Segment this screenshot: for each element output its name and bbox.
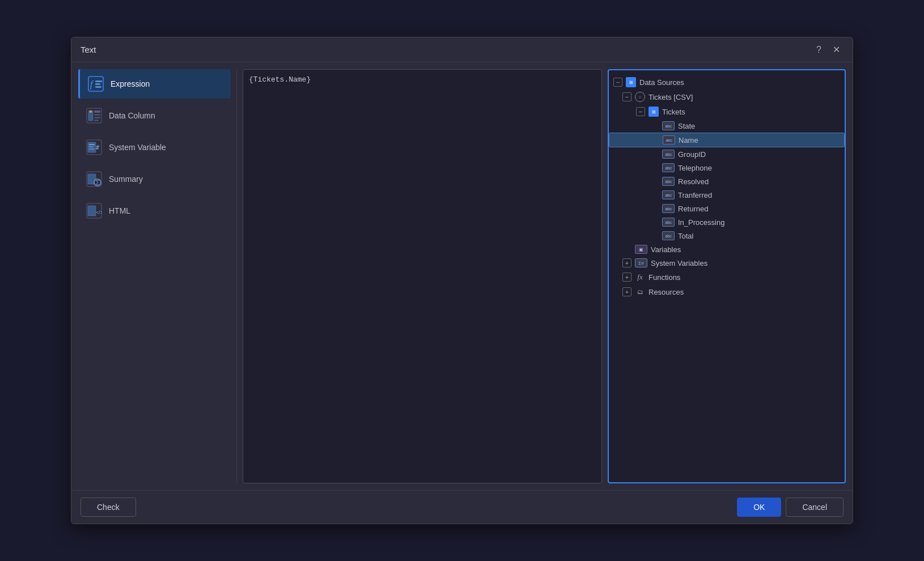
tree-item-resolved[interactable]: abc Resolved — [609, 175, 845, 188]
sysvar-icon: Σ# — [635, 258, 647, 267]
expression-icon: f — [87, 75, 105, 93]
tree-item-tickets-table[interactable]: − ⊞ Tickets — [609, 104, 845, 119]
tree-toggle-functions[interactable]: + — [622, 273, 631, 282]
svg-text:#: # — [96, 144, 99, 151]
svg-rect-15 — [89, 144, 95, 145]
field-icon-telephone: abc — [662, 163, 675, 172]
svg-rect-8 — [94, 114, 100, 116]
text-dialog: Text ? ✕ f Expression — [71, 37, 853, 524]
tree-label-functions: Functions — [649, 273, 680, 282]
table-icon: ⊞ — [649, 107, 659, 117]
tree-toggle-system-variables[interactable]: + — [622, 258, 631, 267]
html-icon: </> — [85, 202, 103, 220]
nav-item-system-variable[interactable]: # System Variable — [78, 133, 231, 162]
ok-button[interactable]: OK — [737, 498, 781, 517]
field-icon-state: abc — [662, 121, 675, 130]
svg-rect-3 — [95, 83, 100, 85]
cancel-button[interactable]: Cancel — [786, 498, 844, 517]
dialog-title: Text — [80, 45, 96, 54]
svg-rect-17 — [89, 148, 95, 150]
nav-item-html-label: HTML — [109, 206, 130, 215]
nav-item-html[interactable]: </> HTML — [78, 196, 231, 226]
tree-label-data-sources: Data Sources — [639, 78, 684, 87]
field-icon-name: abc — [663, 135, 675, 144]
field-icon-resolved: abc — [662, 177, 675, 186]
nav-item-data-column-label: Data Column — [109, 111, 155, 120]
tree-toggle-resources[interactable]: + — [622, 287, 631, 296]
tree-label-in-processing: In_Processing — [678, 218, 724, 227]
tree-label-name: Name — [679, 136, 698, 144]
tree-label-state: State — [678, 122, 695, 130]
tree-item-name[interactable]: abc Name — [609, 133, 845, 147]
tree-item-system-variables[interactable]: + Σ# System Variables — [609, 256, 845, 270]
tree-item-tranferred[interactable]: abc Tranferred — [609, 188, 845, 202]
expression-editor[interactable]: {Tickets.Name} — [243, 69, 602, 483]
functions-icon: fx — [635, 272, 645, 282]
tree-panel: − ⊞ Data Sources − ○ Tickets [CSV] − ⊞ T… — [608, 69, 846, 483]
title-bar: Text ? ✕ — [71, 37, 853, 62]
close-button[interactable]: ✕ — [829, 43, 844, 56]
svg-rect-7 — [94, 110, 100, 113]
tree-label-system-variables: System Variables — [651, 259, 707, 267]
footer-right-buttons: OK Cancel — [737, 498, 844, 517]
resources-icon: 🗂 — [635, 287, 645, 297]
tree-toggle-tickets-table[interactable]: − — [636, 107, 645, 116]
check-button[interactable]: Check — [80, 498, 136, 517]
datasources-icon: ⊞ — [626, 77, 636, 87]
tree-label-tranferred: Tranferred — [678, 191, 712, 199]
nav-item-summary[interactable]: Σ Summary — [78, 164, 231, 194]
tree-item-variables[interactable]: ▣ Variables — [609, 243, 845, 256]
tree-toggle-data-sources[interactable]: − — [613, 78, 622, 87]
tree-item-telephone[interactable]: abc Telephone — [609, 161, 845, 175]
svg-rect-2 — [95, 80, 102, 82]
dialog-footer: Check OK Cancel — [71, 490, 853, 524]
summary-icon: Σ — [85, 170, 103, 188]
tree-toggle-tickets-csv[interactable]: − — [622, 92, 631, 101]
svg-rect-16 — [89, 146, 94, 147]
nav-item-system-variable-label: System Variable — [109, 143, 166, 152]
nav-item-expression[interactable]: f Expression — [78, 69, 231, 99]
tree-label-resolved: Resolved — [678, 177, 709, 186]
tree-label-variables: Variables — [651, 245, 681, 254]
data-column-icon — [85, 107, 103, 125]
svg-text:Σ: Σ — [96, 180, 99, 186]
tree-item-in-processing[interactable]: abc In_Processing — [609, 215, 845, 229]
help-button[interactable]: ? — [813, 43, 825, 56]
csv-icon: ○ — [635, 92, 645, 102]
tree-label-resources: Resources — [649, 288, 684, 296]
nav-item-summary-label: Summary — [109, 175, 143, 184]
tree-item-groupid[interactable]: abc GroupID — [609, 147, 845, 161]
tree-label-returned: Returned — [678, 205, 708, 213]
tree-label-groupid: GroupID — [678, 150, 706, 159]
svg-point-11 — [90, 110, 92, 113]
middle-panel: {Tickets.Name} — [243, 69, 602, 483]
variables-icon: ▣ — [635, 245, 647, 254]
dialog-body: f Expression — [71, 62, 853, 490]
svg-rect-4 — [95, 86, 101, 88]
field-icon-returned: abc — [662, 204, 675, 213]
svg-text:</>: </> — [96, 210, 102, 215]
tree-item-total[interactable]: abc Total — [609, 229, 845, 243]
tree-item-functions[interactable]: + fx Functions — [609, 270, 845, 284]
tree-item-data-sources[interactable]: − ⊞ Data Sources — [609, 75, 845, 90]
field-icon-total: abc — [662, 231, 675, 240]
field-icon-in-processing: abc — [662, 218, 675, 227]
tree-label-tickets-table: Tickets — [662, 108, 685, 116]
svg-rect-9 — [94, 117, 100, 118]
tree-item-resources[interactable]: + 🗂 Resources — [609, 284, 845, 299]
system-variable-icon: # — [85, 138, 103, 156]
tree-item-returned[interactable]: abc Returned — [609, 202, 845, 215]
title-bar-buttons: ? ✕ — [813, 43, 844, 56]
svg-rect-10 — [94, 120, 99, 121]
tree-label-telephone: Telephone — [678, 164, 712, 172]
field-icon-groupid: abc — [662, 150, 675, 159]
tree-item-tickets-csv[interactable]: − ○ Tickets [CSV] — [609, 90, 845, 104]
tree-label-total: Total — [678, 232, 693, 240]
nav-item-expression-label: Expression — [111, 79, 150, 88]
svg-rect-23 — [88, 206, 96, 216]
nav-item-data-column[interactable]: Data Column — [78, 101, 231, 130]
left-panel: f Expression — [78, 69, 237, 483]
tree-item-state[interactable]: abc State — [609, 119, 845, 133]
field-icon-tranferred: abc — [662, 190, 675, 199]
tree-label-tickets-csv: Tickets [CSV] — [649, 93, 693, 101]
